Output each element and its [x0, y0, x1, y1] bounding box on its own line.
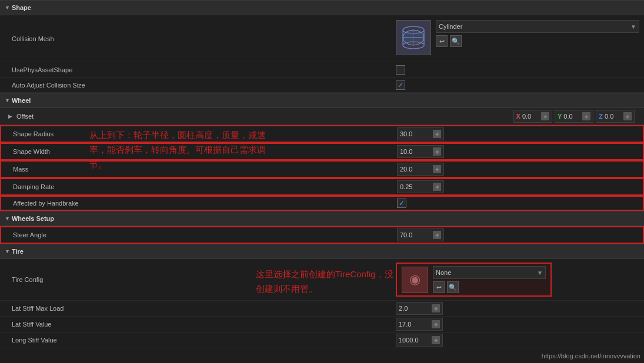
mass-value-area[interactable]: 20.0 ◈	[392, 162, 643, 177]
tire-search-button[interactable]: 🔍	[447, 281, 459, 293]
steer-angle-row: Steer Angle 70.0 ◈	[0, 226, 644, 244]
long-stiff-value-area[interactable]: 1000.0 ◈	[391, 332, 644, 348]
lat-stiff-max-drag[interactable]: ◈	[432, 304, 440, 312]
shape-section-header[interactable]: ▼ Shape	[0, 0, 644, 15]
auto-adjust-checkbox[interactable]	[396, 80, 405, 90]
offset-x-value: 0.0	[522, 113, 540, 120]
tire-reset-button[interactable]: ↩	[433, 281, 445, 293]
shape-radius-label-area: Shape Radius	[1, 126, 392, 142]
lat-stiff-max-load-input[interactable]: 2.0 ◈	[396, 302, 443, 315]
tire-config-label-area: Tire Config	[0, 259, 391, 300]
handbrake-label-area: Affected by Handbrake	[1, 197, 392, 210]
shape-radius-input[interactable]: 30.0 ◈	[397, 127, 444, 140]
steer-angle-label-area: Steer Angle	[1, 227, 392, 243]
watermark: https://blog.csdn.net/innovvvvation	[542, 352, 640, 359]
tire-section-header[interactable]: ▼ Tire	[0, 244, 644, 259]
mesh-thumbnail	[396, 20, 431, 55]
tire-dropdown-area: None ▼ ↩ 🔍	[433, 266, 546, 293]
handbrake-value-area[interactable]	[392, 197, 643, 210]
tire-config-value-area: ◉ None ▼ ↩ 🔍	[391, 259, 644, 300]
wheel-section-header[interactable]: ▼ Wheel	[0, 93, 644, 108]
dropdown-arrow-icon: ▼	[630, 23, 636, 30]
wheels-setup-section-header[interactable]: ▼ Wheels Setup	[0, 211, 644, 226]
steer-angle-display: 70.0	[400, 231, 433, 238]
x-drag-icon[interactable]: ◈	[541, 112, 549, 120]
mesh-reset-button[interactable]: ↩	[436, 35, 448, 47]
lat-stiff-max-load-label-area: Lat Stiff Max Load	[0, 301, 391, 316]
tire-section-label: Tire	[12, 248, 24, 255]
mass-label: Mass	[13, 166, 388, 173]
use-phys-checkbox[interactable]	[396, 65, 405, 75]
use-phys-value-area[interactable]	[391, 62, 644, 77]
shape-width-value-area[interactable]: 10.0 ◈	[392, 144, 643, 159]
handbrake-checkbox[interactable]	[397, 199, 406, 208]
offset-y-value: 0.0	[563, 113, 581, 120]
collision-mesh-dropdown-value: Cylinder	[439, 23, 630, 30]
shape-width-row: Shape Width 10.0 ◈	[0, 143, 644, 160]
damping-rate-row: Damping Rate 0.25 ◈	[0, 178, 644, 196]
offset-z-field[interactable]: Z 0.0 ◈	[596, 110, 635, 123]
steer-angle-input[interactable]: 70.0 ◈	[397, 228, 444, 241]
shape-collapse-arrow: ▼	[5, 5, 10, 11]
long-stiff-value-label-area: Long Stiff Value	[0, 332, 391, 348]
mass-row: Mass 20.0 ◈	[0, 160, 644, 178]
shape-width-input[interactable]: 10.0 ◈	[397, 145, 444, 158]
lat-stiff-max-load-row: Lat Stiff Max Load 2.0 ◈	[0, 301, 644, 317]
use-phys-label: UsePhysAssetShape	[12, 66, 386, 73]
collision-mesh-row: Collision Mesh Cylinder ▼	[0, 15, 644, 62]
shape-width-display: 10.0	[400, 148, 433, 155]
use-phys-asset-row: UsePhysAssetShape	[0, 62, 644, 78]
tire-thumb-icon: ◉	[409, 272, 421, 287]
long-stiff-value-display: 1000.0	[399, 337, 432, 344]
tire-config-dropdown[interactable]: None ▼	[433, 266, 546, 279]
tire-thumbnail: ◉	[402, 267, 428, 293]
lat-stiff-value-input[interactable]: 17.0 ◈	[396, 318, 443, 331]
damping-rate-value-area[interactable]: 0.25 ◈	[392, 179, 643, 194]
lat-stiff-drag[interactable]: ◈	[432, 320, 440, 328]
damping-rate-label: Damping Rate	[13, 183, 388, 190]
wheel-section-label: Wheel	[12, 97, 31, 104]
z-drag-icon[interactable]: ◈	[623, 112, 632, 120]
shape-radius-value-area[interactable]: 30.0 ◈	[392, 126, 643, 142]
lat-stiff-max-load-value-area[interactable]: 2.0 ◈	[391, 301, 644, 316]
damping-rate-label-area: Damping Rate	[1, 179, 392, 194]
mass-display: 20.0	[400, 166, 433, 173]
shape-width-drag[interactable]: ◈	[433, 147, 441, 156]
long-stiff-drag[interactable]: ◈	[432, 336, 440, 344]
shape-section-label: Shape	[12, 4, 31, 11]
damping-rate-input[interactable]: 0.25 ◈	[397, 180, 444, 193]
offset-y-field[interactable]: Y 0.0 ◈	[555, 110, 593, 123]
z-label: Z	[599, 113, 603, 120]
tire-collapse-arrow: ▼	[5, 248, 10, 254]
tire-config-label: Tire Config	[12, 276, 386, 283]
main-view: ▼ Shape Collision Mesh Cylinde	[0, 0, 644, 363]
steer-angle-drag[interactable]: ◈	[433, 231, 441, 239]
mesh-icon-row: ↩ 🔍	[436, 35, 639, 47]
mass-drag[interactable]: ◈	[433, 165, 441, 173]
collision-mesh-value-area: Cylinder ▼ ↩ 🔍	[391, 15, 644, 62]
wheels-setup-arrow: ▼	[5, 216, 10, 221]
lat-stiff-value-area[interactable]: 17.0 ◈	[391, 317, 644, 332]
mass-label-area: Mass	[1, 162, 392, 177]
offset-label: ▶ Offset	[8, 113, 34, 120]
auto-adjust-row: Auto Adjust Collision Size	[0, 78, 644, 93]
offset-x-field[interactable]: X 0.0 ◈	[513, 110, 552, 123]
offset-sub-header[interactable]: ▶ Offset X 0.0 ◈ Y 0.0 ◈ Z 0.0 ◈	[0, 108, 644, 125]
steer-angle-value-area[interactable]: 70.0 ◈	[392, 227, 643, 243]
long-stiff-value-input[interactable]: 1000.0 ◈	[396, 334, 443, 347]
shape-width-label-area: Shape Width	[1, 144, 392, 159]
y-drag-icon[interactable]: ◈	[582, 112, 590, 120]
collision-mesh-dropdown[interactable]: Cylinder ▼	[436, 20, 639, 33]
mass-input[interactable]: 20.0 ◈	[397, 163, 444, 176]
damping-rate-display: 0.25	[400, 183, 433, 190]
damping-rate-drag[interactable]: ◈	[433, 183, 441, 191]
lat-stiff-max-load-label: Lat Stiff Max Load	[12, 305, 386, 312]
mesh-search-button[interactable]: 🔍	[450, 35, 462, 47]
tire-config-widget: ◉ None ▼ ↩ 🔍	[396, 263, 552, 297]
steer-angle-label: Steer Angle	[13, 231, 388, 238]
shape-radius-display: 30.0	[400, 130, 433, 137]
auto-adjust-value-area[interactable]	[391, 78, 644, 92]
shape-radius-drag[interactable]: ◈	[433, 130, 441, 138]
wheel-collapse-arrow: ▼	[5, 98, 10, 103]
lat-stiff-value-row: Lat Stiff Value 17.0 ◈	[0, 317, 644, 332]
